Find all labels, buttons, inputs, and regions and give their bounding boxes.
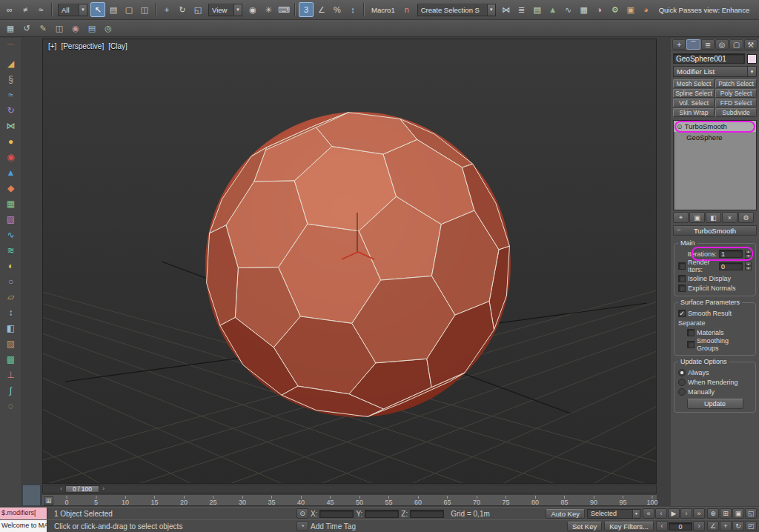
remove-modifier-icon[interactable]: × xyxy=(722,212,738,223)
maxscript-listener-line[interactable]: Welcome to MA xyxy=(0,520,47,532)
maximize-viewport-icon[interactable]: ◰ xyxy=(745,521,757,531)
make-unique-icon[interactable]: ◧ xyxy=(706,212,721,223)
bend-modifier-icon[interactable]: ⌒ xyxy=(3,41,19,55)
skin-wrap-button[interactable]: Skin Wrap xyxy=(673,108,715,117)
zoom-all-icon[interactable]: ⊞ xyxy=(720,508,732,519)
isolate-selection-icon[interactable]: ◉ xyxy=(68,21,83,36)
twist-modifier-icon[interactable]: § xyxy=(3,73,19,86)
quick-passes-menu-icon[interactable]: ▾ xyxy=(754,2,759,17)
go-to-end-button[interactable]: » xyxy=(693,508,705,519)
mirror-icon[interactable]: ⋈ xyxy=(499,2,514,17)
add-time-tag[interactable]: Add Time Tag xyxy=(311,522,398,531)
scene-undo-icon[interactable]: ↺ xyxy=(19,21,34,36)
percent-snap-icon[interactable]: % xyxy=(330,2,345,17)
next-key-button[interactable]: › xyxy=(693,521,705,531)
named-selection-sets-dropdown[interactable]: Create Selection S▼ xyxy=(417,4,496,16)
align-icon[interactable]: ≣ xyxy=(514,2,529,17)
isoline-display-checkbox[interactable] xyxy=(678,275,686,282)
utilities-tab[interactable]: ⚒ xyxy=(744,39,758,50)
select-and-move-icon[interactable]: + xyxy=(159,2,174,17)
mirror-modifier-icon[interactable]: ⋈ xyxy=(3,119,19,133)
modifier-stack-item-turbosmooth[interactable]: ⊙TurboSmooth xyxy=(674,121,756,132)
edit-spline-modifier-icon[interactable]: ∫ xyxy=(3,384,19,397)
iterations-spinner[interactable]: ▴ ▾ xyxy=(745,250,752,259)
viewport-layout-icon[interactable]: ◫ xyxy=(52,21,67,36)
select-and-link-icon[interactable]: ∞ xyxy=(2,2,17,17)
time-slider-next-arrow[interactable]: › xyxy=(100,485,107,493)
smoothing-groups-checkbox[interactable] xyxy=(687,341,695,348)
set-key-button[interactable]: Set Key xyxy=(567,522,602,531)
scene-explorer-icon[interactable]: ◎ xyxy=(101,21,116,36)
lathe-modifier-icon[interactable]: ↻ xyxy=(3,104,19,117)
quick-passes-label[interactable]: Quick Passes view: Enhance xyxy=(655,6,754,14)
configure-modifier-sets-icon[interactable]: ⚙ xyxy=(738,212,754,223)
object-name-field[interactable]: GeoSphere001 xyxy=(673,53,745,64)
viewport-pov-menu[interactable]: [Perspective] xyxy=(61,42,104,50)
poly-select-button[interactable]: Poly Select xyxy=(715,89,757,98)
current-frame-field[interactable]: 0 xyxy=(669,522,692,531)
time-slider-track[interactable]: ‹ 0 / 100 › xyxy=(42,485,657,493)
previous-frame-button[interactable]: ‹ xyxy=(655,508,667,519)
next-frame-button[interactable]: › xyxy=(680,508,692,519)
rectangular-selection-region-icon[interactable]: ▢ xyxy=(122,2,136,17)
track-bar[interactable]: ⊞ 05101520253035404550556065707580859095… xyxy=(42,494,657,506)
smooth-result-checkbox[interactable]: ✓ xyxy=(678,310,686,317)
patch-select-button[interactable]: Patch Select xyxy=(715,79,757,88)
update-button[interactable]: Update xyxy=(687,399,743,409)
zoom-icon[interactable]: ⊕ xyxy=(707,508,719,519)
bind-to-space-warp-icon[interactable]: ≈ xyxy=(33,2,48,17)
time-slider[interactable]: 0 / 100 xyxy=(65,485,99,493)
selection-filter-dropdown[interactable]: All▼ xyxy=(58,4,87,16)
x-coordinate-field[interactable] xyxy=(319,510,354,518)
ffd-modifier-icon[interactable]: ▦ xyxy=(3,197,19,210)
taper-modifier-icon[interactable]: ◢ xyxy=(3,57,19,70)
viewport-canvas[interactable] xyxy=(43,39,656,483)
ripple-modifier-icon[interactable]: ≋ xyxy=(3,244,19,257)
select-by-name-icon[interactable]: ▤ xyxy=(106,2,121,17)
unlink-selection-icon[interactable]: ≠ xyxy=(18,2,33,17)
angle-snap-icon[interactable]: ∠ xyxy=(314,2,329,17)
hierarchy-tab[interactable]: ≣ xyxy=(701,39,715,50)
skew-modifier-icon[interactable]: ▱ xyxy=(3,290,19,304)
named-selection-set-icon[interactable]: n xyxy=(400,2,414,17)
z-coordinate-field[interactable] xyxy=(410,510,444,518)
push-modifier-icon[interactable]: ◌ xyxy=(3,399,19,413)
perspective-viewport[interactable]: [+] [Perspective] [Clay] xyxy=(42,39,657,484)
turbosmooth-modifier-icon[interactable]: ◉ xyxy=(3,150,19,164)
material-editor-icon[interactable]: ◑ xyxy=(592,2,607,17)
spinner-snap-icon[interactable]: ↕ xyxy=(345,2,360,17)
go-to-start-button[interactable]: « xyxy=(643,508,654,519)
select-and-manipulate-icon[interactable]: ✳ xyxy=(261,2,276,17)
macro-script-button[interactable]: Macro1 xyxy=(368,6,399,14)
modifier-enabled-icon[interactable]: ⊙ xyxy=(677,123,683,130)
display-tab[interactable]: ▢ xyxy=(729,39,743,50)
play-button[interactable]: ▶ xyxy=(668,508,680,519)
lattice-modifier-icon[interactable]: ▧ xyxy=(3,213,19,226)
reference-coordinate-system-dropdown[interactable]: View▼ xyxy=(208,4,242,16)
show-end-result-icon[interactable]: ▣ xyxy=(689,212,705,223)
time-slider-prev-arrow[interactable]: ‹ xyxy=(58,485,64,493)
when-rendering-radio[interactable] xyxy=(678,379,686,386)
graphite-ribbon-toggle-icon[interactable]: ▦ xyxy=(3,21,18,36)
zoom-extents-all-icon[interactable]: ◱ xyxy=(745,508,757,519)
iterations-field[interactable]: 1 xyxy=(719,250,743,258)
curve-editor-icon[interactable]: ∿ xyxy=(561,2,576,17)
selection-set-dropdown[interactable]: Selected ▼ xyxy=(587,509,640,519)
viewport-shading-menu[interactable]: [Clay] xyxy=(108,42,127,50)
turbosmooth-rollout-header[interactable]: − TurboSmooth xyxy=(673,225,757,236)
keyboard-shortcut-override-icon[interactable]: ⌨ xyxy=(276,2,291,17)
key-filters-button[interactable]: Key Filters... xyxy=(604,522,654,531)
selection-lock-icon[interactable]: ⊙ xyxy=(296,508,308,519)
use-pivot-point-center-icon[interactable]: ◉ xyxy=(245,2,260,17)
modify-tab[interactable]: ⌒ xyxy=(686,39,700,50)
pan-icon[interactable]: + xyxy=(720,521,732,531)
spline-select-button[interactable]: Spline Select xyxy=(673,89,715,98)
uvw-map-modifier-icon[interactable]: ▩ xyxy=(3,353,19,366)
time-tag-clock-icon[interactable]: ◔ xyxy=(296,521,308,531)
mini-curve-editor-button[interactable]: ⊞ xyxy=(44,496,53,505)
pin-stack-icon[interactable]: ⌖ xyxy=(673,212,689,223)
subdivide-button[interactable]: Subdivide xyxy=(715,108,757,117)
wave-modifier-icon[interactable]: ∿ xyxy=(3,228,19,242)
noise-modifier-icon[interactable]: ≈ xyxy=(3,88,19,102)
explicit-normals-checkbox[interactable] xyxy=(678,285,686,292)
